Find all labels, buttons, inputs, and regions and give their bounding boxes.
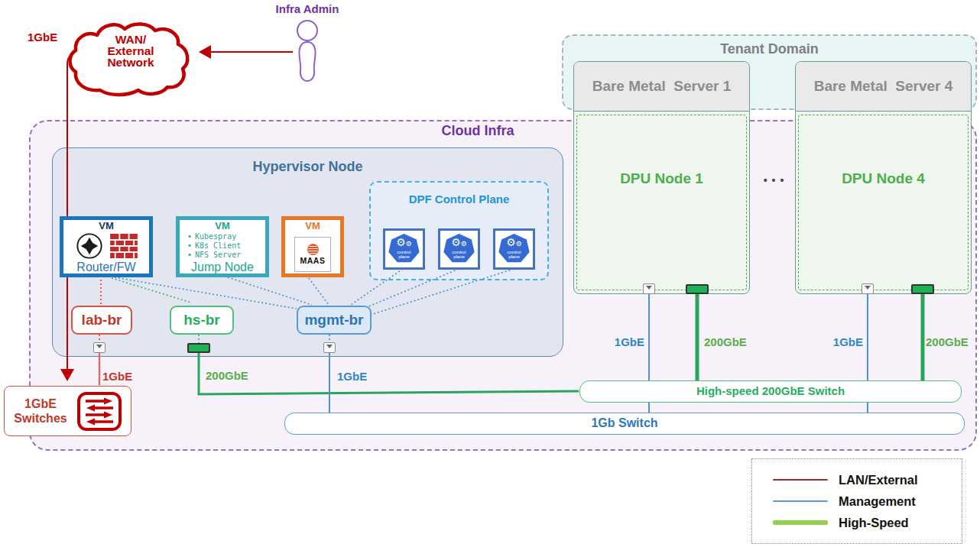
dpf-control-plane-title: DPF Control Plane [371,193,547,206]
firewall-icon [110,234,138,258]
bridge-mgmt-br: mgmt-br [297,306,372,335]
gear-icon: ⚙ [406,240,412,248]
legend-row: Management [752,490,962,512]
bridge-label: hs-br [183,312,220,328]
bridge-lab-br: lab-br [71,306,132,335]
legend-label: High-Speed [839,516,909,530]
vm-tag: VM [180,221,265,231]
control-plane-icon: ⚙⚙ control plane [383,228,425,270]
speed-label: 1GbE [611,335,644,348]
legend: LAN/External Management High-Speed [751,458,962,544]
bare-metal-server-4-title: Bare Metal Server 4 [796,62,971,112]
nic-port-icon [323,342,336,353]
kubernetes-heptagon-icon: ⚙⚙ control plane [498,234,531,264]
gear-icon: ⚙ [396,236,406,248]
legend-line-lan [773,479,828,481]
highspeed-200gbe-switch: High-speed 200GbE Switch [579,380,962,403]
nic-port-icon [862,283,874,294]
speed-label: 1GbE [102,370,132,383]
maas-vm: VM MAAS [281,216,344,277]
jump-item-label: K8s Client [195,241,241,251]
highspeed-nic-icon [686,284,709,294]
switch-label-line: Switches [5,411,76,426]
servers-ellipsis: ••• [757,174,795,186]
maas-logo-text: MAAS [300,256,326,265]
bare-metal-server-1: Bare Metal Server 1 DPU Node 1 [573,61,750,294]
legend-label: Management [839,494,916,509]
legend-line-management [773,500,828,503]
switch-label-line: 1GbE [5,396,76,411]
gear-icon: ⚙ [506,236,516,248]
router-fw-label: Router/FW [63,261,149,274]
bare-metal-server-1-title: Bare Metal Server 1 [574,62,749,112]
1gb-switch: 1Gb Switch [284,413,965,435]
speed-label: 200GbE [704,335,747,348]
speed-label: 1GbE [28,31,57,44]
control-plane-icon: ⚙⚙ control plane [493,228,535,270]
bullet-icon: • [184,241,195,251]
bullet-icon: • [184,232,195,241]
speed-label: 1GbE [829,335,863,348]
switch-label: 1Gb Switch [591,416,657,429]
hypervisor-node-title: Hypervisor Node [53,159,563,175]
legend-row: LAN/External [752,469,962,490]
kubernetes-heptagon-icon: ⚙⚙ control plane [443,234,475,264]
kubernetes-heptagon-icon: ⚙⚙ control plane [388,234,420,264]
1gbe-switches: 1GbE Switches [4,386,131,436]
jump-item-label: NFS Server [195,251,241,260]
gear-icon: ⚙ [461,240,467,248]
dpu-node-4-title: DPU Node 4 [799,170,968,187]
router-icon [75,232,104,260]
gear-icon: ⚙ [451,236,461,248]
maas-logo-icon [307,244,319,255]
maas-logo: MAAS [294,237,331,272]
vm-tag: VM [63,221,149,231]
jump-node-label: Jump Node [180,261,265,274]
list-item: • K8s Client [184,241,265,251]
speed-label: 200GbE [206,369,248,382]
switch-label: High-speed 200GbE Switch [696,384,845,397]
router-fw-vm: VM [60,216,153,277]
legend-label: LAN/External [839,473,918,487]
speed-label: 200GbE [926,335,969,348]
dpu-node-1-title: DPU Node 1 [577,170,746,187]
vm-tag: VM [285,221,340,231]
control-plane-icon: ⚙⚙ control plane [438,228,480,270]
highspeed-nic-icon [187,343,210,353]
list-item: • Kubespray [184,232,265,241]
tenant-domain-title: Tenant Domain [563,41,975,57]
bridge-label: lab-br [82,312,122,328]
jump-item-label: Kubespray [195,232,236,241]
cp-icon-label: plane [453,254,465,259]
nic-port-icon [93,342,105,353]
bridge-hs-br: hs-br [170,306,234,335]
legend-row: High-Speed [752,512,962,533]
speed-label: 1GbE [337,370,367,383]
wan-label-line: External [86,45,175,57]
wan-label-line: Network [86,57,175,68]
jump-node-services: • Kubespray • K8s Client • NFS Server [184,232,265,260]
nic-port-icon [643,283,655,294]
bridge-label: mgmt-br [304,312,363,328]
highspeed-nic-icon [911,284,934,294]
legend-line-highspeed [773,520,828,525]
bare-metal-server-4: Bare Metal Server 4 DPU Node 4 [795,61,972,294]
jump-node-vm: VM • Kubespray • K8s Client • NFS Server… [176,216,269,277]
cp-icon-label: plane [508,254,520,259]
dpu-node-4: DPU Node 4 [798,115,969,290]
person-icon [291,18,323,83]
wan-cloud-label: WAN/ External Network [86,34,175,68]
cp-icon-label: plane [398,254,410,259]
network-architecture-diagram: Tenant Domain Cloud Infra Hypervisor Nod… [0,0,980,547]
wan-label-line: WAN/ [86,34,175,45]
list-item: • NFS Server [184,251,265,260]
bullet-icon: • [184,251,195,260]
1gbe-switches-label: 1GbE Switches [5,396,76,426]
infra-admin-label: Infra Admin [269,2,346,15]
cloud-infra-title: Cloud Infra [398,123,558,139]
ethernet-switch-icon [76,391,122,432]
dpu-node-1: DPU Node 1 [576,115,747,290]
gear-icon: ⚙ [516,240,522,248]
